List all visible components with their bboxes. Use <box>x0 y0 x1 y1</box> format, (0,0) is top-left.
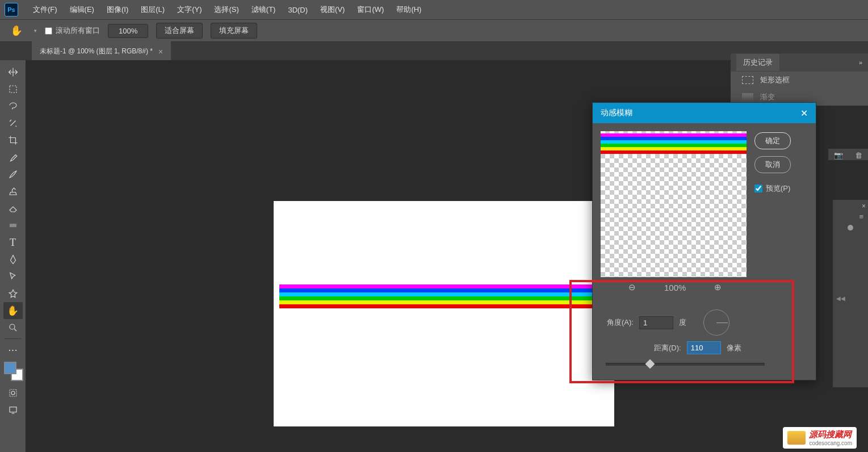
panel-close-icon[interactable]: × <box>862 202 866 210</box>
dropdown-icon[interactable]: ▾ <box>34 28 37 34</box>
svg-rect-1 <box>10 224 16 227</box>
dialog-zoom-level: 100% <box>664 283 686 292</box>
document-tab[interactable]: 未标题-1 @ 100% (图层 1, RGB/8#) * × <box>32 41 171 60</box>
menu-image[interactable]: 图像(I) <box>101 1 134 18</box>
svg-point-4 <box>11 391 15 395</box>
angle-unit: 度 <box>679 317 686 328</box>
tool-divider <box>5 338 22 339</box>
move-tool[interactable] <box>3 64 23 81</box>
history-item[interactable]: 矩形选框 <box>731 72 868 89</box>
scroll-all-checkbox[interactable]: 滚动所有窗口 <box>45 26 100 36</box>
hand-tool[interactable]: ✋ <box>3 302 23 319</box>
zoom-tool[interactable] <box>3 319 23 336</box>
preview-checkbox-label: 预览(P) <box>766 183 790 194</box>
dialog-titlebar[interactable]: 动感模糊 ✕ <box>593 103 816 123</box>
screen-mode-icon[interactable] <box>3 401 23 418</box>
foreground-color[interactable] <box>4 362 16 374</box>
zoom-level-field[interactable]: 100% <box>108 24 148 38</box>
menu-file[interactable]: 文件(F) <box>27 1 63 18</box>
distance-input[interactable] <box>687 341 721 354</box>
menu-view[interactable]: 视图(V) <box>315 1 350 18</box>
svg-rect-0 <box>10 86 16 93</box>
cancel-button[interactable]: 取消 <box>754 156 791 173</box>
clone-stamp-tool[interactable] <box>3 183 23 200</box>
eraser-tool[interactable] <box>3 200 23 217</box>
document-canvas[interactable] <box>274 201 614 426</box>
layers-panel-strip: × ≡ ◀◀ <box>832 200 868 387</box>
tools-panel: T ✋ ⋯ <box>0 60 26 452</box>
dialog-title: 动感模糊 <box>601 108 632 118</box>
fit-screen-button[interactable]: 适合屏幕 <box>156 23 203 39</box>
svg-point-2 <box>10 324 15 329</box>
angle-dial[interactable] <box>703 309 729 336</box>
watermark-logo-icon <box>787 431 806 445</box>
eyedropper-tool[interactable] <box>3 149 23 166</box>
angle-input[interactable] <box>639 316 673 329</box>
menu-3d[interactable]: 3D(D) <box>282 2 313 18</box>
menu-select[interactable]: 选择(S) <box>208 1 244 18</box>
zoom-out-icon[interactable]: ⊖ <box>628 282 636 292</box>
distance-unit: 像素 <box>727 343 741 353</box>
pen-tool[interactable] <box>3 251 23 268</box>
distance-label: 距离(D): <box>654 343 681 353</box>
gradient-tool[interactable] <box>3 217 23 234</box>
camera-icon[interactable]: 📷 <box>834 151 843 158</box>
color-swatches[interactable] <box>3 361 23 381</box>
watermark: 源码搜藏网 codesocang.com <box>783 427 857 449</box>
scroll-all-label: 滚动所有窗口 <box>56 26 100 36</box>
menu-edit[interactable]: 编辑(E) <box>64 1 100 18</box>
fill-screen-button[interactable]: 填充屏幕 <box>211 23 257 39</box>
close-tab-icon[interactable]: × <box>158 47 163 56</box>
menu-window[interactable]: 窗口(W) <box>351 1 389 18</box>
slider-thumb-icon[interactable] <box>645 359 655 369</box>
history-tab[interactable]: 历史记录 <box>736 54 779 71</box>
shape-tool[interactable] <box>3 285 23 302</box>
panel-icon-bar: 📷 🗑 <box>828 149 868 160</box>
panel-menu-icon[interactable]: » <box>859 59 862 66</box>
watermark-url: codesocang.com <box>809 440 852 446</box>
menu-layer[interactable]: 图层(L) <box>135 1 170 18</box>
rainbow-gradient <box>279 284 614 312</box>
crop-tool[interactable] <box>3 132 23 149</box>
filter-preview[interactable] <box>601 131 747 277</box>
marquee-tool[interactable] <box>3 81 23 98</box>
ok-button[interactable]: 确定 <box>754 132 791 149</box>
quick-mask-icon[interactable] <box>3 384 23 401</box>
angle-label: 角度(A): <box>607 317 634 328</box>
preview-checkbox[interactable]: 预览(P) <box>754 183 791 194</box>
menu-help[interactable]: 帮助(H) <box>391 1 427 18</box>
trash-icon[interactable]: 🗑 <box>855 151 862 158</box>
menu-filter[interactable]: 滤镜(T) <box>246 1 282 18</box>
type-tool[interactable]: T <box>3 234 23 251</box>
magic-wand-tool[interactable] <box>3 115 23 132</box>
options-bar: ✋ ▾ 滚动所有窗口 100% 适合屏幕 填充屏幕 <box>0 19 868 42</box>
gradient-icon <box>742 93 753 101</box>
lasso-tool[interactable] <box>3 98 23 115</box>
document-tab-title: 未标题-1 @ 100% (图层 1, RGB/8#) * <box>40 47 153 56</box>
menu-type[interactable]: 文字(Y) <box>171 1 207 18</box>
menu-bar: Ps 文件(F) 编辑(E) 图像(I) 图层(L) 文字(Y) 选择(S) 滤… <box>0 0 868 19</box>
app-logo: Ps <box>5 3 18 16</box>
panel-menu-icon[interactable]: ≡ <box>859 212 863 221</box>
distance-slider[interactable] <box>606 363 765 366</box>
brush-tool[interactable] <box>3 166 23 183</box>
zoom-in-icon[interactable]: ⊕ <box>714 282 722 292</box>
dialog-close-icon[interactable]: ✕ <box>800 108 808 119</box>
history-item-label: 矩形选框 <box>760 75 790 85</box>
history-item-label: 渐变 <box>760 92 775 102</box>
path-selection-tool[interactable] <box>3 268 23 285</box>
watermark-text: 源码搜藏网 <box>809 429 852 440</box>
edit-toolbar-icon[interactable]: ⋯ <box>3 341 23 358</box>
svg-rect-3 <box>10 390 16 396</box>
svg-rect-5 <box>10 407 16 412</box>
highlighted-controls: ⊖ 100% ⊕ 角度(A): 度 距离(D): 像素 <box>569 280 794 383</box>
history-panel: 历史记录 » 矩形选框 渐变 <box>731 53 868 106</box>
marquee-icon <box>742 76 753 84</box>
layer-indicator-icon <box>848 225 853 231</box>
collapse-icon[interactable]: ◀◀ <box>836 295 845 302</box>
hand-tool-icon[interactable]: ✋ <box>7 22 26 39</box>
